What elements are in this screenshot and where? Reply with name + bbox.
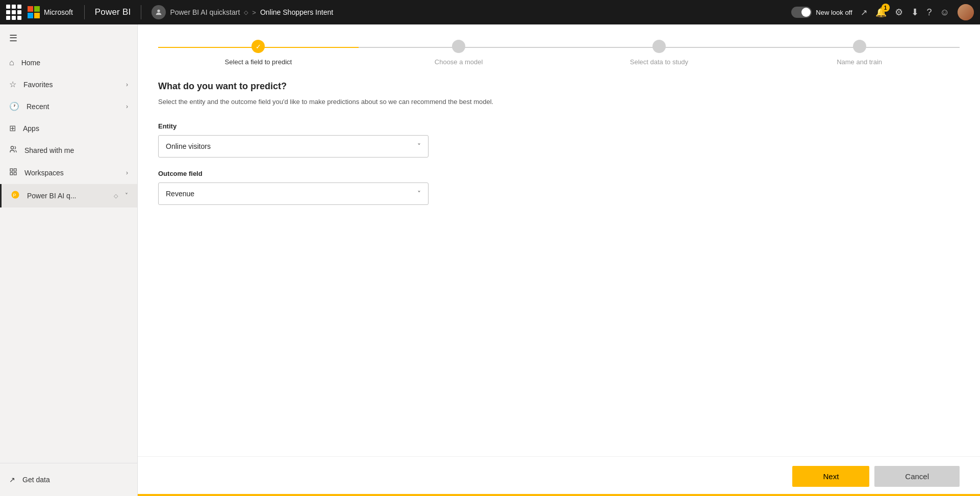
outcome-dropdown-value: Revenue [166, 190, 194, 198]
entity-dropdown[interactable]: Online visitors ˅ [158, 135, 429, 158]
step-circle-3 [652, 40, 666, 53]
download-icon[interactable]: ⬇ [911, 7, 919, 18]
form-area: What do you want to predict? Select the … [138, 71, 980, 456]
workspaces-icon [9, 168, 17, 178]
outcome-label: Outcome field [158, 170, 960, 177]
svg-point-0 [158, 10, 160, 12]
expand-icon[interactable]: ↗ [861, 8, 867, 17]
form-subtitle: Select the entity and the outcome field … [158, 97, 960, 107]
sidebar-label-favorites: Favorites [23, 81, 119, 89]
sidebar-nav: ⌂ Home ☆ Favorites › 🕐 Recent › ⊞ Apps [0, 52, 137, 463]
step-label-2: Choose a model [435, 58, 483, 66]
sidebar-item-powerbi[interactable]: P Power BI AI q... ◇ ˅ [0, 184, 137, 207]
sidebar-label-get-data: Get data [22, 476, 50, 484]
breadcrumb-workspace[interactable]: Power BI AI quickstart [170, 8, 240, 16]
diamond-small-icon: ◇ [114, 193, 118, 199]
step-select-field: ✓ Select a field to predict [158, 40, 359, 66]
svg-rect-5 [14, 172, 16, 175]
topnav-actions: New look off ↗ 🔔 1 ⚙ ⬇ ? ☺ [791, 4, 974, 20]
help-icon[interactable]: ? [927, 7, 932, 18]
breadcrumb-current[interactable]: Online Shoppers Intent [260, 8, 333, 16]
toggle-switch[interactable] [791, 7, 812, 18]
nav-divider2 [141, 5, 141, 19]
step-label-3: Select data to study [630, 58, 688, 66]
sidebar-label-apps: Apps [23, 124, 128, 133]
breadcrumb-sep: > [252, 9, 256, 16]
new-look-toggle[interactable]: New look off [791, 7, 852, 18]
sidebar-item-recent[interactable]: 🕐 Recent › [0, 95, 137, 117]
step-select-data: Select data to study [559, 40, 760, 66]
chevron-right-icon: › [126, 81, 128, 88]
step-circle-4 [853, 40, 866, 53]
step-label-1: Select a field to predict [225, 58, 292, 66]
sidebar-label-shared: Shared with me [24, 146, 128, 154]
entity-dropdown-value: Online visitors [166, 142, 211, 150]
sidebar-label-workspaces: Workspaces [24, 169, 119, 177]
svg-text:P: P [13, 193, 16, 198]
svg-rect-2 [10, 169, 13, 171]
step-name-train: Name and train [759, 40, 960, 66]
svg-rect-4 [10, 172, 13, 175]
sidebar-footer: ↗ Get data [0, 463, 137, 496]
sidebar-hamburger[interactable]: ☰ [0, 24, 137, 52]
yellow-bar [138, 494, 980, 496]
shared-icon [9, 145, 17, 155]
apps-icon: ⊞ [9, 123, 16, 133]
main-content: ✓ Select a field to predict Choose a mod… [138, 24, 980, 496]
step-label-4: Name and train [837, 58, 882, 66]
app-name: Power BI [95, 7, 131, 17]
step-choose-model: Choose a model [359, 40, 559, 66]
sidebar-item-workspaces[interactable]: Workspaces › [0, 162, 137, 184]
nav-divider [84, 5, 85, 19]
recent-icon: 🕐 [9, 101, 19, 111]
svg-point-1 [11, 146, 13, 149]
settings-icon[interactable]: ⚙ [895, 7, 903, 18]
sidebar-label-recent: Recent [27, 102, 119, 111]
entity-dropdown-arrow: ˅ [417, 142, 421, 150]
waffle-menu[interactable] [6, 5, 21, 20]
get-data-icon: ↗ [9, 476, 15, 484]
sidebar-item-favorites[interactable]: ☆ Favorites › [0, 73, 137, 95]
bottom-actions: Next Cancel [138, 456, 980, 496]
topnav: Microsoft Power BI Power BI AI quickstar… [0, 0, 980, 24]
breadcrumb: Power BI AI quickstart ◇ > Online Shoppe… [152, 5, 785, 19]
powerbi-workspace-icon: P [11, 190, 20, 201]
sidebar-label-powerbi: Power BI AI q... [27, 192, 107, 200]
sidebar-item-home[interactable]: ⌂ Home [0, 52, 137, 73]
svg-rect-3 [14, 169, 16, 171]
form-title: What do you want to predict? [158, 81, 960, 92]
outcome-dropdown[interactable]: Revenue ˅ [158, 182, 429, 205]
sidebar-item-shared[interactable]: Shared with me [0, 139, 137, 162]
sidebar-item-get-data[interactable]: ↗ Get data [9, 471, 128, 489]
sidebar: ☰ ⌂ Home ☆ Favorites › 🕐 Recent › ⊞ Apps [0, 24, 138, 496]
chevron-down-icon: ˅ [125, 192, 128, 199]
step-circle-2 [452, 40, 465, 53]
notification-badge: 1 [882, 4, 890, 12]
workspace-avatar[interactable] [152, 5, 166, 19]
entity-label: Entity [158, 122, 960, 130]
toggle-label: New look off [816, 9, 852, 16]
next-button[interactable]: Next [792, 466, 869, 487]
cancel-button[interactable]: Cancel [874, 466, 960, 487]
sidebar-label-home: Home [21, 59, 128, 67]
feedback-icon[interactable]: ☺ [940, 7, 949, 18]
diamond-icon: ◇ [244, 9, 248, 16]
home-icon: ⌂ [9, 58, 14, 67]
notification-icon[interactable]: 🔔 1 [875, 7, 887, 18]
step-circle-1: ✓ [252, 40, 265, 53]
chevron-right-icon: › [126, 169, 128, 176]
progress-steps: ✓ Select a field to predict Choose a mod… [138, 24, 980, 71]
chevron-right-icon: › [126, 103, 128, 110]
favorites-icon: ☆ [9, 80, 16, 89]
microsoft-logo: Microsoft [28, 6, 74, 18]
user-avatar[interactable] [958, 4, 974, 20]
sidebar-item-apps[interactable]: ⊞ Apps [0, 117, 137, 139]
outcome-dropdown-arrow: ˅ [417, 190, 421, 198]
